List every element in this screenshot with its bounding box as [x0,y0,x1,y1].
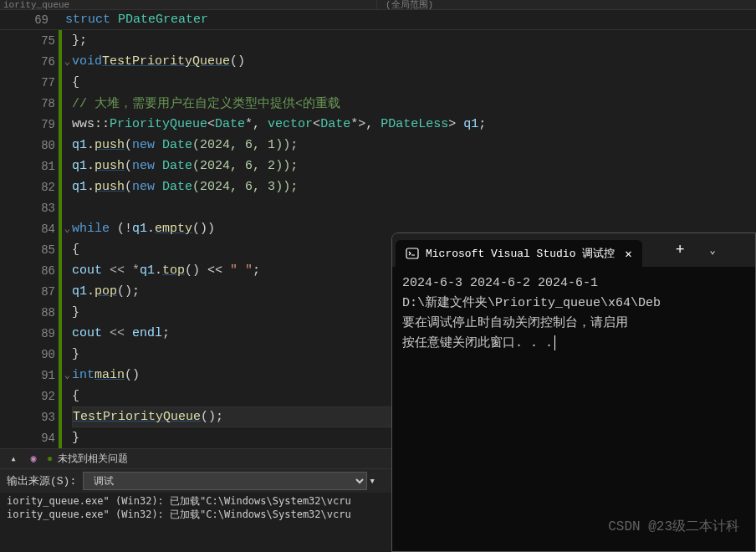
keyword: struct [65,13,110,27]
svg-rect-0 [406,248,418,258]
scope-dropdown[interactable]: (全局范围) [376,0,756,9]
cursor [554,335,555,350]
chevron-up-icon[interactable]: ▴ [7,452,20,466]
pinned-scope-line: 69 struct PDateGreater [0,10,756,30]
console-tab-title: Microsoft Visual Studio 调试控 [426,246,615,261]
check-icon: ● [47,453,53,465]
terminal-icon [406,247,419,260]
line-number: 69 [25,13,49,27]
console-titlebar[interactable]: Microsoft Visual Studio 调试控 ✕ + ⌄ [392,233,755,267]
output-source-label: 输出来源(S): [7,473,76,488]
console-output[interactable]: 2024-6-3 2024-6-2 2024-6-1 D:\新建文件夹\Prio… [392,267,755,360]
new-tab-button[interactable]: + [676,242,685,258]
dropdown-icon[interactable]: ▾ [369,474,375,488]
copilot-icon[interactable]: ◉ [27,452,40,466]
file-breadcrumb[interactable]: iority_queue [0,0,376,9]
chevron-down-icon[interactable]: ⌄ [709,244,715,257]
console-tab[interactable]: Microsoft Visual Studio 调试控 ✕ [396,240,642,267]
line-gutter: 75 76⌄ 77 78 79 80 81 82 83 84⌄ 85 86 87… [0,30,60,448]
close-icon[interactable]: ✕ [625,247,631,261]
breadcrumb-bar: iority_queue (全局范围) [0,0,756,10]
debug-console-window: Microsoft Visual Studio 调试控 ✕ + ⌄ 2024-6… [391,233,756,552]
issues-status[interactable]: 未找到相关问题 [58,452,128,466]
watermark: CSDN @23级二本计科 [608,518,739,535]
class-name: PDateGreater [118,13,208,27]
output-source-select[interactable]: 调试 [83,472,367,490]
